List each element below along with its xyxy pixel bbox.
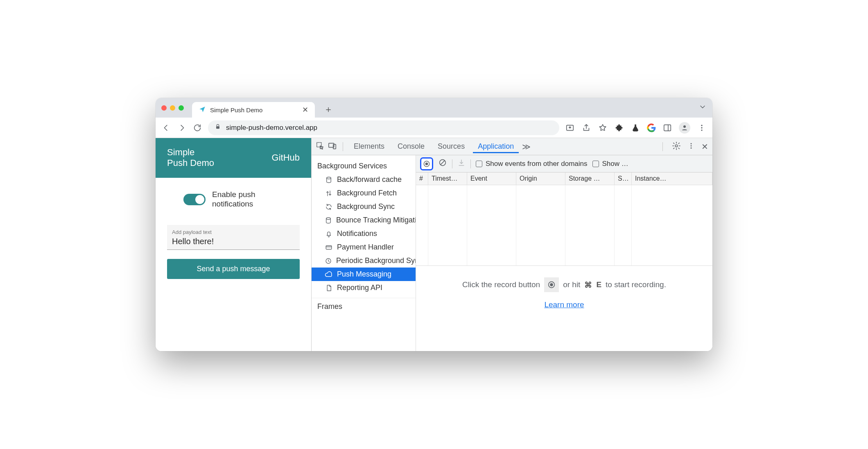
col-timestamp[interactable]: Timest… [428,172,467,185]
hint-record-icon [544,277,559,292]
document-icon [325,284,333,292]
content-area: Simple Push Demo GitHub Enable push noti… [156,138,712,351]
record-button[interactable] [420,157,433,170]
payload-value: Hello there! [172,237,295,246]
sidebar-item-reporting-api[interactable]: Reporting API [312,281,416,295]
install-app-icon[interactable] [565,123,575,133]
window-close-icon[interactable] [161,105,167,111]
clock-icon [325,257,332,265]
sidebar-item-payment-handler[interactable]: Payment Handler [312,240,416,254]
learn-more-link[interactable]: Learn more [544,300,584,309]
window-minimize-icon[interactable] [170,105,175,111]
devtools-close-icon[interactable]: ✕ [701,142,708,152]
back-button[interactable] [161,123,171,133]
profile-avatar[interactable] [679,122,690,134]
tab-elements[interactable]: Elements [349,140,389,153]
events-table-body [416,185,712,265]
device-toolbar-icon[interactable] [328,141,337,152]
page-title-line1: Simple [167,147,214,158]
cloud-icon [325,270,333,279]
tabs-overflow-icon[interactable]: ≫ [522,142,531,152]
hint-mid: or hit [563,280,580,289]
menu-kebab-icon[interactable] [697,123,707,133]
col-sw[interactable]: S… [615,172,632,185]
clear-button[interactable] [438,158,447,169]
col-instance[interactable]: Instance… [632,172,712,185]
page-title-line2: Push Demo [167,158,214,168]
devtools-kebab-icon[interactable] [687,142,695,151]
tab-overflow-icon[interactable] [698,103,707,113]
inspect-element-icon[interactable] [316,141,325,152]
svg-point-6 [701,127,702,128]
col-event[interactable]: Event [467,172,516,185]
window-titlebar: Simple Push Demo ✕ ＋ [156,98,712,118]
enable-push-label: Enable push notifications [212,190,255,209]
svg-point-11 [675,145,678,147]
download-button[interactable] [457,159,466,169]
devtools-settings-icon[interactable] [672,141,681,152]
sidebar-section-background-services: Background Services [312,158,416,173]
svg-rect-17 [326,245,332,249]
panel-toolbar: Show events from other domains Show … [416,155,712,172]
extensions-icon[interactable] [614,123,624,133]
svg-line-23 [441,161,444,164]
new-tab-button[interactable]: ＋ [324,103,333,116]
browser-toolbar: simple-push-demo.vercel.app [156,118,712,138]
sidebar-item-background-fetch[interactable]: Background Fetch [312,186,416,200]
svg-point-15 [327,177,331,179]
col-index[interactable]: # [416,172,428,185]
svg-point-12 [691,143,692,144]
svg-point-21 [425,162,428,165]
svg-point-5 [701,125,702,126]
forward-button[interactable] [177,123,187,133]
svg-rect-10 [333,144,336,149]
side-panel-icon[interactable] [662,123,672,133]
tab-console[interactable]: Console [393,140,429,153]
enable-push-toggle[interactable] [183,194,206,205]
bell-icon [325,230,333,238]
show-other-domains-checkbox[interactable]: Show events from other domains [476,160,588,168]
devtools-sidebar: Background Services Back/forward cache B… [312,155,416,351]
sidebar-item-notifications[interactable]: Notifications [312,227,416,240]
lock-icon [215,123,221,132]
browser-tab[interactable]: Simple Push Demo ✕ [192,102,315,118]
hint-pre: Click the record button [462,280,540,289]
payload-field[interactable]: Add payload text Hello there! [167,225,300,250]
share-icon[interactable] [581,123,591,133]
browser-window: Simple Push Demo ✕ ＋ simple-push-demo.ve… [156,98,712,351]
tab-application[interactable]: Application [473,140,519,153]
google-account-icon[interactable] [647,123,656,132]
payload-label: Add payload text [172,229,295,235]
sidebar-item-push-messaging[interactable]: Push Messaging [312,268,416,281]
sidebar-item-periodic-bg-sync[interactable]: Periodic Background Sync [312,254,416,268]
devtools-tabstrip: Elements Console Sources Application ≫ ✕ [312,138,712,155]
toolbar-right [565,122,707,134]
show-truncated-checkbox[interactable]: Show … [592,160,628,168]
sidebar-item-back-forward-cache[interactable]: Back/forward cache [312,173,416,186]
tab-close-icon[interactable]: ✕ [302,105,308,114]
hint-shortcut-symbol: ⌘ [584,280,592,290]
devtools-panel: Show events from other domains Show … # … [416,155,712,351]
send-push-button[interactable]: Send a push message [167,259,300,279]
svg-point-7 [701,129,702,131]
window-maximize-icon[interactable] [179,105,184,111]
github-link[interactable]: GitHub [272,152,300,163]
labs-icon[interactable] [631,123,640,133]
col-origin[interactable]: Origin [516,172,565,185]
svg-rect-0 [216,126,219,129]
svg-point-4 [683,125,686,128]
address-bar[interactable]: simple-push-demo.vercel.app [208,120,559,135]
bookmark-star-icon[interactable] [598,123,608,133]
window-controls [161,105,184,111]
reload-button[interactable] [192,123,202,133]
svg-point-25 [550,283,553,286]
credit-card-icon [325,244,333,251]
col-storage[interactable]: Storage … [565,172,615,185]
enable-push-toggle-row: Enable push notifications [167,190,300,209]
tab-sources[interactable]: Sources [433,140,470,153]
url-text: simple-push-demo.vercel.app [226,124,317,132]
sidebar-item-bounce-tracking[interactable]: Bounce Tracking Mitigations [312,213,416,227]
sidebar-item-background-sync[interactable]: Background Sync [312,200,416,213]
hint-post: to start recording. [606,280,666,289]
hint-shortcut-key: E [596,280,601,289]
